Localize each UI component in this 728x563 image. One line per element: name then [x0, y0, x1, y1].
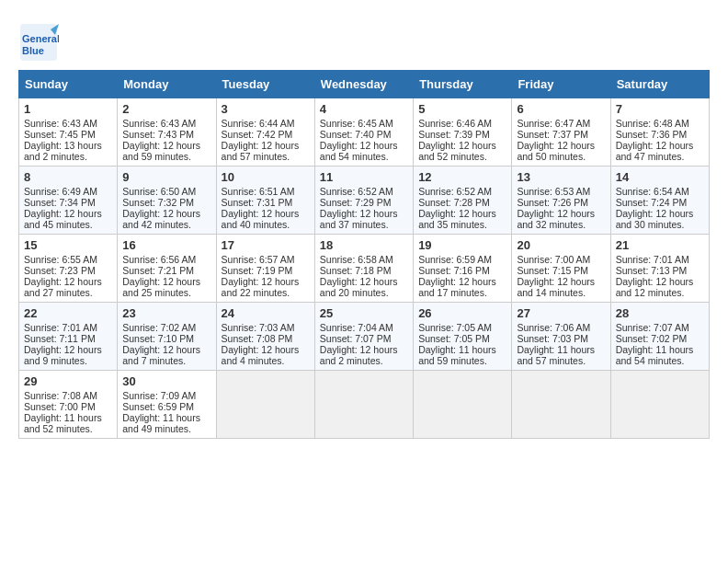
day-info: and 2 minutes.: [320, 355, 408, 366]
day-info: Sunrise: 7:05 AM: [418, 322, 506, 333]
day-number: 19: [418, 238, 506, 252]
day-info: Daylight: 12 hours: [517, 276, 605, 287]
day-info: Sunset: 7:45 PM: [24, 129, 112, 140]
calendar-cell: 30Sunrise: 7:09 AMSunset: 6:59 PMDayligh…: [118, 371, 216, 439]
calendar-cell: 5Sunrise: 6:46 AMSunset: 7:39 PMDaylight…: [414, 98, 512, 167]
logo: General Blue: [18, 22, 59, 63]
calendar-table: SundayMondayTuesdayWednesdayThursdayFrid…: [18, 70, 710, 439]
day-number: 29: [24, 374, 112, 388]
day-number: 17: [222, 238, 310, 252]
day-info: Sunrise: 7:01 AM: [616, 254, 704, 265]
day-info: Sunrise: 6:52 AM: [320, 186, 408, 197]
day-info: and 9 minutes.: [24, 355, 112, 366]
calendar-cell: 24Sunrise: 7:03 AMSunset: 7:08 PMDayligh…: [216, 303, 314, 371]
day-info: and 25 minutes.: [122, 287, 210, 298]
day-info: Daylight: 12 hours: [418, 208, 506, 219]
day-info: Sunrise: 6:43 AM: [24, 118, 112, 129]
day-info: Daylight: 12 hours: [24, 276, 112, 287]
day-info: Sunset: 7:03 PM: [517, 333, 605, 344]
day-info: Daylight: 12 hours: [517, 208, 605, 219]
calendar-cell: 1Sunrise: 6:43 AMSunset: 7:45 PMDaylight…: [19, 98, 118, 167]
calendar-cell: 26Sunrise: 7:05 AMSunset: 7:05 PMDayligh…: [414, 303, 512, 371]
day-info: Sunset: 7:32 PM: [122, 197, 210, 208]
calendar-cell: 17Sunrise: 6:57 AMSunset: 7:19 PMDayligh…: [216, 235, 314, 303]
day-number: 7: [616, 102, 704, 116]
weekday-header-tuesday: Tuesday: [216, 71, 314, 98]
day-number: 24: [222, 306, 310, 320]
calendar-cell: 10Sunrise: 6:51 AMSunset: 7:31 PMDayligh…: [216, 167, 314, 235]
day-number: 9: [122, 170, 210, 184]
day-info: Daylight: 12 hours: [222, 140, 310, 151]
day-info: Sunrise: 6:59 AM: [418, 254, 506, 265]
day-info: Daylight: 12 hours: [616, 208, 704, 219]
day-info: and 22 minutes.: [222, 287, 310, 298]
day-info: Daylight: 12 hours: [320, 208, 408, 219]
day-number: 1: [24, 102, 112, 116]
day-info: and 4 minutes.: [222, 355, 310, 366]
day-info: Daylight: 12 hours: [418, 276, 506, 287]
day-number: 16: [122, 238, 210, 252]
day-number: 30: [122, 374, 210, 388]
day-info: Daylight: 12 hours: [616, 276, 704, 287]
day-info: Sunset: 7:31 PM: [222, 197, 310, 208]
calendar-cell: 19Sunrise: 6:59 AMSunset: 7:16 PMDayligh…: [414, 235, 512, 303]
day-number: 12: [418, 170, 506, 184]
day-info: Daylight: 12 hours: [222, 276, 310, 287]
day-info: and 54 minutes.: [616, 355, 704, 366]
day-info: and 57 minutes.: [222, 151, 310, 162]
day-number: 15: [24, 238, 112, 252]
day-number: 4: [320, 102, 408, 116]
day-info: and 42 minutes.: [122, 219, 210, 230]
day-info: Sunset: 7:15 PM: [517, 265, 605, 276]
calendar-cell: 11Sunrise: 6:52 AMSunset: 7:29 PMDayligh…: [314, 167, 413, 235]
day-info: and 14 minutes.: [517, 287, 605, 298]
day-info: Daylight: 12 hours: [418, 140, 506, 151]
day-info: Daylight: 12 hours: [24, 208, 112, 219]
weekday-header-monday: Monday: [118, 71, 216, 98]
day-info: Sunrise: 6:58 AM: [320, 254, 408, 265]
day-info: Sunset: 7:36 PM: [616, 129, 704, 140]
day-info: Daylight: 12 hours: [122, 344, 210, 355]
day-info: Sunset: 7:02 PM: [616, 333, 704, 344]
day-info: Sunrise: 6:49 AM: [24, 186, 112, 197]
day-info: Sunrise: 7:06 AM: [517, 322, 605, 333]
day-info: Sunset: 7:40 PM: [320, 129, 408, 140]
day-info: and 7 minutes.: [122, 355, 210, 366]
day-info: Daylight: 12 hours: [320, 344, 408, 355]
day-info: Daylight: 12 hours: [122, 276, 210, 287]
day-info: Sunset: 7:19 PM: [222, 265, 310, 276]
day-number: 10: [222, 170, 310, 184]
day-info: Sunset: 7:08 PM: [222, 333, 310, 344]
day-info: Sunrise: 7:01 AM: [24, 322, 112, 333]
day-info: and 54 minutes.: [320, 151, 408, 162]
calendar-cell: 21Sunrise: 7:01 AMSunset: 7:13 PMDayligh…: [610, 235, 709, 303]
day-info: Daylight: 12 hours: [122, 140, 210, 151]
day-number: 5: [418, 102, 506, 116]
day-number: 14: [616, 170, 704, 184]
calendar-cell: 28Sunrise: 7:07 AMSunset: 7:02 PMDayligh…: [610, 303, 709, 371]
day-info: and 50 minutes.: [517, 151, 605, 162]
day-info: and 52 minutes.: [418, 151, 506, 162]
day-info: Sunset: 7:26 PM: [517, 197, 605, 208]
day-info: Sunset: 7:39 PM: [418, 129, 506, 140]
weekday-header-thursday: Thursday: [414, 71, 512, 98]
day-info: and 40 minutes.: [222, 219, 310, 230]
calendar-cell: 18Sunrise: 6:58 AMSunset: 7:18 PMDayligh…: [314, 235, 413, 303]
calendar-cell: [512, 371, 610, 439]
day-info: Daylight: 12 hours: [24, 344, 112, 355]
day-info: Sunrise: 7:03 AM: [222, 322, 310, 333]
day-number: 27: [517, 306, 605, 320]
day-info: Sunset: 7:29 PM: [320, 197, 408, 208]
day-number: 2: [122, 102, 210, 116]
day-info: Sunset: 7:43 PM: [122, 129, 210, 140]
weekday-header-wednesday: Wednesday: [314, 71, 413, 98]
calendar-cell: [216, 371, 314, 439]
day-number: 6: [517, 102, 605, 116]
day-info: Sunrise: 6:46 AM: [418, 118, 506, 129]
day-number: 20: [517, 238, 605, 252]
calendar-cell: 2Sunrise: 6:43 AMSunset: 7:43 PMDaylight…: [118, 98, 216, 167]
day-number: 21: [616, 238, 704, 252]
day-number: 28: [616, 306, 704, 320]
day-info: Daylight: 12 hours: [517, 140, 605, 151]
day-info: Sunset: 7:23 PM: [24, 265, 112, 276]
